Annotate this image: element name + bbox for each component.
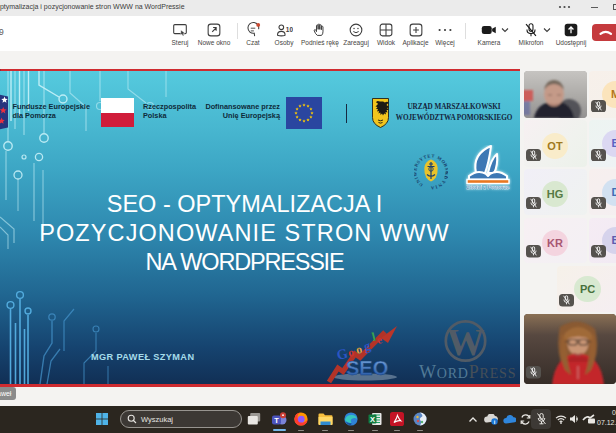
svg-text:W: W bbox=[447, 321, 485, 363]
svg-text:WORDPRESS: WORDPRESS bbox=[419, 362, 516, 382]
svg-text:Zdolni z Pomorza: Zdolni z Pomorza bbox=[467, 184, 510, 190]
svg-text:T: T bbox=[274, 416, 279, 425]
svg-text:SEO: SEO bbox=[346, 357, 388, 379]
svg-text:10: 10 bbox=[286, 26, 293, 33]
svg-text:X: X bbox=[370, 415, 375, 424]
